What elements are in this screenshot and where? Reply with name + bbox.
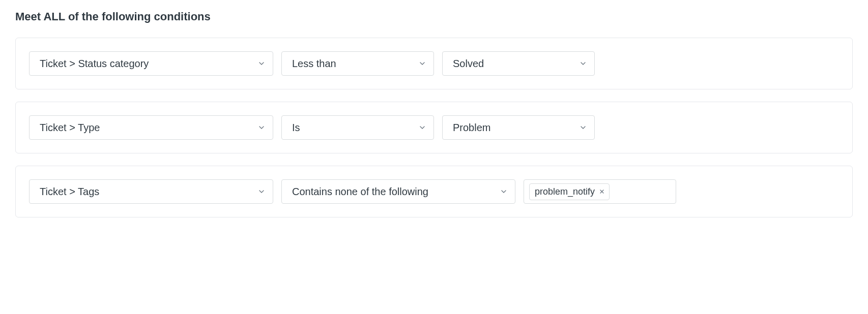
condition-value-select[interactable]: Problem <box>442 115 595 140</box>
chevron-down-icon <box>579 123 587 132</box>
condition-field-select[interactable]: Ticket > Status category <box>29 51 273 76</box>
condition-field-value: Ticket > Status category <box>40 58 149 70</box>
condition-value-select[interactable]: Solved <box>442 51 595 76</box>
chevron-down-icon <box>257 59 266 68</box>
condition-field-select[interactable]: Ticket > Type <box>29 115 273 140</box>
condition-value-text: Solved <box>453 58 484 70</box>
condition-operator-select[interactable]: Less than <box>281 51 434 76</box>
condition-operator-select[interactable]: Is <box>281 115 434 140</box>
section-title: Meet ALL of the following conditions <box>15 10 853 23</box>
chevron-down-icon <box>579 59 587 68</box>
condition-operator-value: Contains none of the following <box>292 186 428 198</box>
condition-value-text: Problem <box>453 122 490 134</box>
tag-input[interactable]: problem_notify <box>524 179 676 204</box>
chevron-down-icon <box>418 123 426 132</box>
condition-field-value: Ticket > Type <box>40 122 100 134</box>
condition-row: Ticket > Status category Less than Solve… <box>15 38 853 89</box>
tag-label: problem_notify <box>535 186 595 197</box>
chevron-down-icon <box>257 123 266 132</box>
tag-chip: problem_notify <box>529 183 610 200</box>
condition-operator-select[interactable]: Contains none of the following <box>281 179 515 204</box>
condition-field-select[interactable]: Ticket > Tags <box>29 179 273 204</box>
chevron-down-icon <box>418 59 426 68</box>
chevron-down-icon <box>257 187 266 196</box>
condition-row: Ticket > Tags Contains none of the follo… <box>15 166 853 217</box>
tag-remove-button[interactable] <box>599 189 605 195</box>
condition-field-value: Ticket > Tags <box>40 186 99 198</box>
condition-row: Ticket > Type Is Problem <box>15 102 853 153</box>
condition-operator-value: Is <box>292 122 300 134</box>
condition-operator-value: Less than <box>292 58 336 70</box>
chevron-down-icon <box>500 187 508 196</box>
